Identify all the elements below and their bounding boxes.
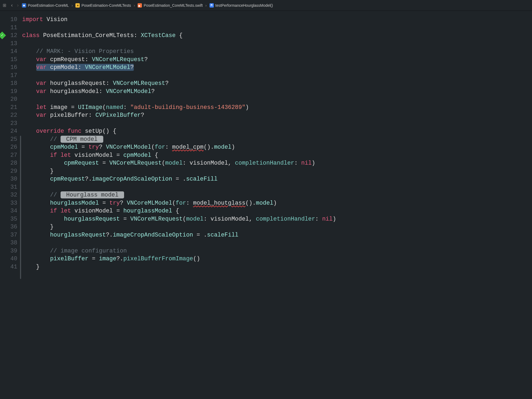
code-line[interactable] bbox=[22, 239, 532, 247]
code-editor[interactable]: 101112✓131415161718192021222324252627282… bbox=[0, 11, 532, 399]
line-number: 26 bbox=[0, 143, 17, 151]
code-line[interactable]: var hourglassModel: VNCoreMLModel? bbox=[22, 88, 532, 96]
line-number: 24 bbox=[0, 127, 17, 135]
code-line[interactable]: if let visionModel = cpmModel { bbox=[22, 151, 532, 159]
code-line[interactable]: let image = UIImage(named: "adult-buildi… bbox=[22, 104, 532, 112]
line-number: 36 bbox=[0, 223, 17, 231]
line-number: 10 bbox=[0, 16, 17, 24]
line-number: 13 bbox=[0, 40, 17, 48]
line-number: 40 bbox=[0, 255, 17, 263]
breadcrumb-file[interactable]: PoseEstimation_CoreMLTests.swift bbox=[138, 3, 202, 8]
related-items-icon[interactable]: ⊞ bbox=[3, 3, 8, 8]
line-number: 28 bbox=[0, 159, 17, 167]
code-line[interactable]: // CPM model bbox=[22, 135, 532, 144]
line-number: 31 bbox=[0, 183, 17, 191]
line-number: 16 bbox=[0, 64, 17, 72]
jump-bar[interactable]: ⊞ ‹ › ◆ PoseEstimation-CoreML › ■ PoseEs… bbox=[0, 0, 532, 11]
line-number: 29 bbox=[0, 167, 17, 175]
code-line[interactable]: var cpmModel: VNCoreMLModel? bbox=[22, 64, 532, 72]
line-number: 15 bbox=[0, 56, 17, 64]
line-number: 11 bbox=[0, 24, 17, 32]
code-line[interactable] bbox=[22, 119, 532, 128]
chevron-right-icon: › bbox=[71, 3, 74, 8]
folder-icon: ■ bbox=[75, 3, 80, 8]
line-number: 22 bbox=[0, 111, 17, 119]
code-line[interactable]: var cpmRequest: VNCoreMLRequest? bbox=[22, 56, 532, 64]
code-content[interactable]: import Visionclass PoseEstimation_CoreML… bbox=[22, 11, 532, 399]
code-line[interactable]: hourglassModel = try? VNCoreMLModel(for:… bbox=[22, 199, 532, 207]
breadcrumb-method[interactable]: M testPerformanceHourglassModel() bbox=[210, 3, 273, 8]
code-line[interactable]: override func setUp() { bbox=[22, 127, 532, 135]
code-line[interactable]: hourglassRequest?.imageCropAndScaleOptio… bbox=[22, 231, 532, 239]
code-line[interactable]: cpmRequest?.imageCropAndScaleOption = .s… bbox=[22, 175, 532, 183]
line-number: 23 bbox=[0, 119, 17, 128]
code-line[interactable] bbox=[22, 72, 532, 80]
line-number: 27 bbox=[0, 151, 17, 159]
mark-tag: Hourglass model bbox=[61, 191, 124, 198]
line-number: 41 bbox=[0, 263, 17, 271]
line-number: 39 bbox=[0, 247, 17, 255]
chevron-right-icon: › bbox=[205, 3, 207, 8]
breadcrumb-label: PoseEstimation-CoreML bbox=[28, 3, 69, 8]
line-number: 14 bbox=[0, 48, 17, 56]
code-line[interactable]: var pixelBuffer: CVPixelBuffer? bbox=[22, 111, 532, 119]
code-line[interactable] bbox=[22, 40, 532, 48]
code-line[interactable]: // image configuration bbox=[22, 247, 532, 255]
breadcrumb-label: PoseEstimation-CoreMLTests bbox=[81, 3, 131, 8]
code-line[interactable]: hourglassRequest = VNCoreMLRequest(model… bbox=[22, 215, 532, 223]
method-icon: M bbox=[210, 3, 214, 8]
line-number: 32 bbox=[0, 191, 17, 199]
code-line[interactable] bbox=[22, 95, 532, 104]
nav-forward-icon[interactable]: › bbox=[16, 2, 20, 8]
breadcrumb-project[interactable]: ◆ PoseEstimation-CoreML bbox=[22, 3, 69, 8]
line-number: 37 bbox=[0, 231, 17, 239]
fold-ribbon[interactable] bbox=[20, 136, 21, 279]
mark-tag: CPM model bbox=[61, 136, 103, 143]
test-success-badge[interactable]: ✓ bbox=[0, 32, 6, 39]
line-number: 35 bbox=[0, 215, 17, 223]
breadcrumb-label: PoseEstimation_CoreMLTests.swift bbox=[144, 3, 202, 8]
code-line[interactable]: if let visionModel = hourglassModel { bbox=[22, 207, 532, 215]
code-line[interactable]: } bbox=[22, 263, 532, 271]
line-number: 38 bbox=[0, 239, 17, 247]
breadcrumb-folder[interactable]: ■ PoseEstimation-CoreMLTests bbox=[75, 3, 131, 8]
code-line[interactable]: } bbox=[22, 223, 532, 231]
line-number: 18 bbox=[0, 79, 17, 88]
code-line[interactable]: // Hourglass model bbox=[22, 191, 532, 199]
line-number: 33 bbox=[0, 199, 17, 207]
chevron-right-icon: › bbox=[133, 3, 136, 8]
line-number: 20 bbox=[0, 95, 17, 104]
code-line[interactable]: class PoseEstimation_CoreMLTests: XCTest… bbox=[22, 32, 532, 40]
line-number: 12✓ bbox=[0, 32, 17, 40]
line-number-gutter: 101112✓131415161718192021222324252627282… bbox=[0, 11, 22, 399]
line-number: 19 bbox=[0, 88, 17, 96]
code-line[interactable]: cpmRequest = VNCoreMLRequest(model: visi… bbox=[22, 159, 532, 167]
line-number: 34 bbox=[0, 207, 17, 215]
code-line[interactable]: // MARK: - Vision Properties bbox=[22, 48, 532, 56]
code-line[interactable]: var hourglassRequest: VNCoreMLRequest? bbox=[22, 79, 532, 88]
line-number: 30 bbox=[0, 175, 17, 183]
code-line[interactable]: pixelBuffer = image?.pixelBufferFromImag… bbox=[22, 255, 532, 263]
line-number: 25 bbox=[0, 135, 17, 144]
nav-back-icon[interactable]: ‹ bbox=[10, 2, 14, 8]
breadcrumb-label: testPerformanceHourglassModel() bbox=[215, 3, 273, 8]
project-icon: ◆ bbox=[22, 3, 26, 8]
code-line[interactable] bbox=[22, 183, 532, 191]
code-line[interactable]: } bbox=[22, 167, 532, 175]
code-line[interactable] bbox=[22, 24, 532, 32]
line-number: 21 bbox=[0, 104, 17, 112]
code-line[interactable]: import Vision bbox=[22, 16, 532, 24]
swift-file-icon bbox=[138, 3, 142, 8]
line-number: 17 bbox=[0, 72, 17, 80]
selection-highlight: var cpmModel: VNCoreMLModel? bbox=[36, 64, 134, 71]
code-line[interactable]: cpmModel = try? VNCoreMLModel(for: model… bbox=[22, 143, 532, 151]
